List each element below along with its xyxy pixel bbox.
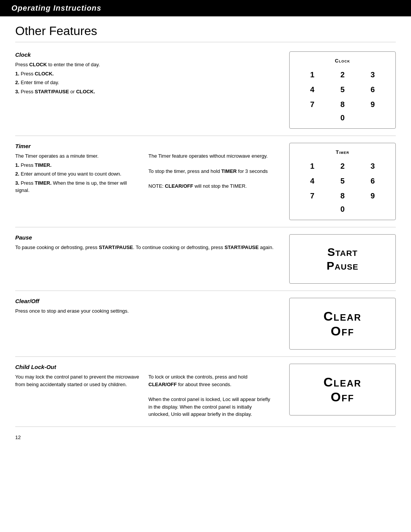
timer-step3: 3. Press TIMER. When the time is up, the… (15, 179, 141, 194)
tkey-5: 5 (327, 175, 357, 187)
key-0-clock: 0 (297, 113, 388, 122)
tkey-3: 3 (358, 160, 388, 172)
section-pause-text: Pause To pause cooking or defrosting, pr… (15, 234, 282, 253)
key-2: 2 (327, 69, 357, 81)
section-child-lock: Child Lock-Out You may lock the control … (15, 357, 396, 427)
key-7: 7 (297, 99, 327, 110)
tkey-0: 0 (297, 205, 388, 214)
clock-p1: Press CLOCK to enter the time of day. (15, 61, 274, 69)
section-clock-title: Clock (15, 51, 274, 58)
start-label: Start (327, 245, 358, 259)
clear-word: Clear (323, 309, 362, 324)
clock-keypad-grid: 1 2 3 4 5 6 7 8 9 (297, 69, 388, 110)
tkey-1: 1 (297, 160, 327, 172)
key-9: 9 (358, 99, 388, 110)
timer-col2: The Timer feature operates without micro… (148, 152, 274, 196)
key-5: 5 (327, 84, 357, 96)
section-pause: Pause To pause cooking or defrosting, pr… (15, 227, 396, 291)
clearoff-label: Clear Off (323, 309, 362, 339)
timer-step1: 1. Press TIMER. (15, 161, 141, 169)
child-lock-p1: You may lock the control panel to preven… (15, 373, 141, 388)
key-4: 4 (297, 84, 327, 96)
tkey-4: 4 (297, 175, 327, 187)
clock-step1: 1. Press CLOCK. (15, 70, 274, 78)
child-lock-col2: To lock or unlock the controls, press an… (148, 373, 274, 420)
clock-step3: 3. Press START/PAUSE or CLOCK. (15, 88, 274, 96)
section-clearoff-text: Clear/Off Press once to stop and erase y… (15, 298, 282, 316)
key-1: 1 (297, 69, 327, 81)
section-clock-text: Clock Press CLOCK to enter the time of d… (15, 51, 282, 97)
timer-step2: 2. Enter amount of time you want to coun… (15, 170, 141, 178)
key-3: 3 (358, 69, 388, 81)
child-lock-p3: When the control panel is locked, Loc wi… (148, 396, 274, 418)
timer-keypad-label: Timer (297, 149, 388, 155)
section-timer: Timer The Timer operates as a minute tim… (15, 136, 396, 227)
child-lock-clearoff-label: Clear Off (323, 375, 362, 404)
timer-note: NOTE: CLEAR/OFF will not stop the TIMER. (148, 182, 274, 190)
page-number: 12 (15, 435, 396, 440)
section-child-lock-text: Child Lock-Out You may lock the control … (15, 364, 282, 420)
child-lock-p2: To lock or unlock the controls, press an… (148, 373, 274, 388)
header-title: Operating Instructions (11, 4, 400, 13)
timer-keypad-grid: 1 2 3 4 5 6 7 8 9 (297, 160, 388, 202)
page-title: Other Features (15, 24, 396, 42)
tkey-8: 8 (327, 190, 357, 202)
section-clock: Clock Press CLOCK to enter the time of d… (15, 45, 396, 136)
section-clearoff: Clear/Off Press once to stop and erase y… (15, 291, 396, 357)
child-lock-off-word: Off (323, 390, 362, 404)
timer-p1: The Timer operates as a minute timer. (15, 152, 141, 160)
tkey-7: 7 (297, 190, 327, 202)
key-8: 8 (327, 99, 357, 110)
timer-p2: The Timer feature operates without micro… (148, 152, 274, 160)
tkey-6: 6 (358, 175, 388, 187)
pause-label: Pause (327, 259, 358, 273)
clock-keypad-box: Clock 1 2 3 4 5 6 7 8 9 0 (289, 51, 396, 129)
tkey-2: 2 (327, 160, 357, 172)
start-pause-box: Start Pause (289, 234, 396, 284)
clearoff-box: Clear Off (289, 298, 396, 350)
section-child-lock-title: Child Lock-Out (15, 364, 274, 370)
clock-step2: 2. Enter time of day. (15, 79, 274, 86)
header-bar: Operating Instructions (0, 0, 411, 16)
timer-keypad-box: Timer 1 2 3 4 5 6 7 8 9 0 (289, 143, 396, 220)
clock-keypad-label: Clock (297, 58, 388, 64)
child-lock-col1: You may lock the control panel to preven… (15, 373, 141, 420)
section-clearoff-title: Clear/Off (15, 298, 274, 304)
off-word: Off (323, 324, 362, 339)
start-pause-label: Start Pause (327, 245, 358, 273)
child-lock-clear-word: Clear (323, 375, 362, 390)
pause-p1: To pause cooking or defrosting, press ST… (15, 244, 274, 251)
timer-two-col: The Timer operates as a minute timer. 1.… (15, 152, 274, 196)
child-lock-clearoff-box: Clear Off (289, 364, 396, 415)
timer-stop: To stop the timer, press and hold TIMER … (148, 168, 274, 175)
page-content: Other Features Clock Press CLOCK to ente… (0, 16, 411, 455)
key-6: 6 (358, 84, 388, 96)
section-timer-text: Timer The Timer operates as a minute tim… (15, 143, 282, 196)
section-timer-title: Timer (15, 143, 274, 149)
section-pause-title: Pause (15, 234, 274, 241)
child-lock-two-col: You may lock the control panel to preven… (15, 373, 274, 420)
clearoff-p1: Press once to stop and erase your cookin… (15, 307, 274, 315)
tkey-9: 9 (358, 190, 388, 202)
timer-col1: The Timer operates as a minute timer. 1.… (15, 152, 141, 196)
